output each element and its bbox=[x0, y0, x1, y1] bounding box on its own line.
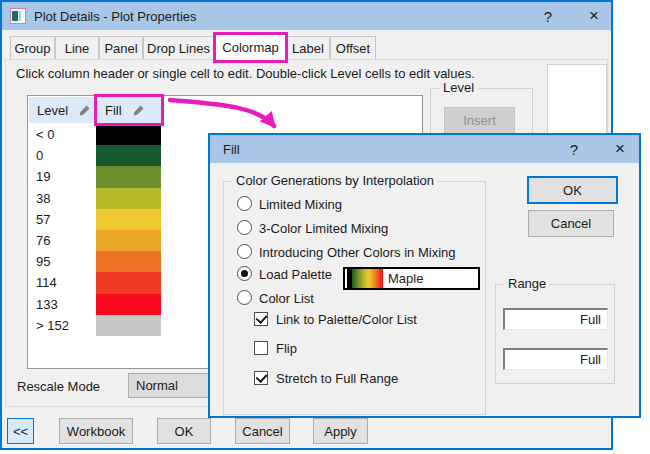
palette-name: Maple bbox=[383, 269, 478, 288]
tab-label[interactable]: Label bbox=[286, 36, 330, 60]
fill-ok-button[interactable]: OK bbox=[527, 176, 618, 204]
tab-panel[interactable]: Panel bbox=[99, 36, 143, 60]
level-cell[interactable]: 38 bbox=[36, 188, 50, 209]
radio-label: Load Palette bbox=[259, 267, 332, 282]
window-title: Plot Details - Plot Properties bbox=[34, 9, 197, 24]
edit-pencil-icon bbox=[132, 104, 145, 117]
tab-drop-lines[interactable]: Drop Lines bbox=[143, 36, 214, 60]
fill-swatch[interactable] bbox=[96, 166, 161, 187]
tab-line[interactable]: Line bbox=[55, 36, 99, 60]
level-cell[interactable]: < 0 bbox=[36, 124, 54, 145]
fill-swatch[interactable] bbox=[96, 230, 161, 251]
radio-label: Limited Mixing bbox=[259, 197, 342, 212]
range-field-min[interactable]: Full bbox=[503, 308, 608, 330]
column-header-level[interactable]: Level bbox=[29, 97, 94, 123]
checkbox-link-to-palette[interactable] bbox=[254, 312, 268, 326]
radio-label: 3-Color Limited Mixing bbox=[259, 221, 388, 236]
radio-limited-mixing[interactable] bbox=[237, 196, 252, 211]
help-button[interactable]: ? bbox=[536, 2, 560, 30]
collapse-button[interactable]: << bbox=[7, 418, 34, 444]
radio-label: Introducing Other Colors in Mixing bbox=[259, 245, 456, 260]
rescale-mode-label: Rescale Mode bbox=[17, 379, 100, 394]
palette-selector[interactable]: Maple bbox=[343, 267, 480, 290]
checkbox-label: Stretch to Full Range bbox=[276, 371, 398, 386]
cancel-button[interactable]: Cancel bbox=[235, 418, 290, 444]
radio-label: Color List bbox=[259, 291, 314, 306]
range-group: Range Full Full bbox=[495, 284, 615, 384]
instruction-text: Click column header or single cell to ed… bbox=[16, 66, 475, 81]
level-header-label: Level bbox=[37, 103, 68, 118]
fill-header-label: Fill bbox=[105, 103, 122, 118]
tab-group[interactable]: Group bbox=[10, 36, 55, 60]
title-bar[interactable]: Plot Details - Plot Properties ? × bbox=[2, 2, 611, 30]
range-field-max[interactable]: Full bbox=[503, 348, 608, 370]
fill-swatch[interactable] bbox=[96, 272, 161, 293]
level-cell[interactable]: 133 bbox=[36, 294, 58, 315]
fill-swatch[interactable] bbox=[96, 251, 161, 272]
range-group-label: Range bbox=[504, 276, 550, 291]
palette-gradient bbox=[352, 269, 383, 288]
radio-color-list[interactable] bbox=[237, 290, 252, 305]
interpolation-group-label: Color Generations by Interpolation bbox=[232, 173, 438, 188]
fill-swatch[interactable] bbox=[96, 188, 161, 209]
edit-pencil-icon bbox=[78, 104, 91, 117]
fill-dialog: Fill ? × Color Generations by Interpolat… bbox=[208, 133, 641, 418]
close-icon[interactable]: × bbox=[580, 2, 608, 30]
fill-swatch[interactable] bbox=[96, 294, 161, 315]
level-cell[interactable]: 76 bbox=[36, 230, 50, 251]
radio-introducing-other-colors[interactable] bbox=[237, 244, 252, 259]
tab-colormap[interactable]: Colormap bbox=[215, 34, 286, 61]
level-cell[interactable]: > 152 bbox=[36, 315, 69, 336]
ok-button[interactable]: OK bbox=[157, 418, 211, 444]
close-icon[interactable]: × bbox=[606, 135, 634, 163]
fill-swatch[interactable] bbox=[96, 124, 161, 145]
fill-cancel-button[interactable]: Cancel bbox=[528, 210, 614, 237]
radio-load-palette[interactable] bbox=[237, 266, 252, 281]
insert-button[interactable]: Insert bbox=[444, 107, 515, 134]
column-header-fill[interactable]: Fill bbox=[97, 97, 161, 123]
fill-swatch[interactable] bbox=[96, 209, 161, 230]
checkbox-stretch-full-range[interactable] bbox=[254, 371, 268, 385]
level-cell[interactable]: 0 bbox=[36, 145, 43, 166]
fill-swatch[interactable] bbox=[96, 315, 161, 336]
checkbox-label: Flip bbox=[276, 341, 297, 356]
checkbox-label: Link to Palette/Color List bbox=[276, 312, 417, 327]
level-cell[interactable]: 95 bbox=[36, 251, 50, 272]
level-group-label: Level bbox=[439, 80, 478, 95]
help-button[interactable]: ? bbox=[562, 135, 586, 163]
fill-swatch[interactable] bbox=[96, 145, 161, 166]
radio-3-color-limited-mixing[interactable] bbox=[237, 220, 252, 235]
tab-offset[interactable]: Offset bbox=[330, 36, 376, 60]
checkbox-flip[interactable] bbox=[254, 341, 268, 355]
app-icon bbox=[10, 8, 26, 24]
level-cell[interactable]: 114 bbox=[36, 272, 57, 293]
fill-dialog-title: Fill bbox=[223, 142, 240, 157]
level-cell[interactable]: 57 bbox=[36, 209, 50, 230]
fill-dialog-title-bar[interactable]: Fill ? × bbox=[210, 135, 639, 163]
rescale-mode-dropdown[interactable]: Normal bbox=[128, 373, 218, 398]
workbook-button[interactable]: Workbook bbox=[59, 418, 133, 444]
level-cell[interactable]: 19 bbox=[36, 166, 50, 187]
apply-button[interactable]: Apply bbox=[313, 418, 368, 444]
desktop: { "window": { "title": "Plot Details - P… bbox=[0, 0, 650, 454]
